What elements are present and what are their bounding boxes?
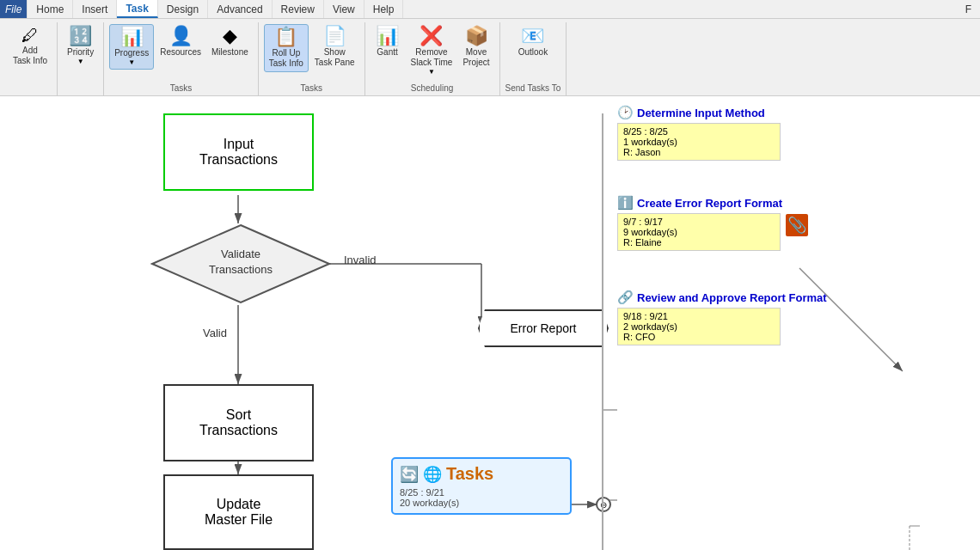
ribbon-group-priority: 🔢 Priority ▼	[58, 22, 104, 95]
remove-slack-arrow: ▼	[428, 68, 435, 76]
move-project-icon: 📦	[465, 27, 488, 46]
move-project-button[interactable]: 📦 Move Project	[458, 24, 493, 70]
validate-transactions-diamond[interactable]: Validate Transactions	[150, 223, 331, 309]
tasks-title: Tasks	[446, 464, 493, 484]
tab-view[interactable]: View	[324, 0, 364, 18]
resources-icon: 👤	[169, 27, 193, 46]
error-report-shape[interactable]: Error Report	[478, 309, 609, 347]
item2-paperclip: 📎	[786, 214, 808, 236]
tasks-icon1: 🔄	[400, 465, 419, 484]
ribbon: File Home Insert Task Design Advanced Re…	[0, 0, 980, 96]
tasks-dates: 8/25 : 9/21	[400, 487, 563, 498]
tab-help[interactable]: Help	[364, 0, 404, 18]
ribbon-group-send-tasks: 📧 Outlook Send Tasks To	[500, 22, 567, 95]
tab-file[interactable]: File	[0, 0, 28, 18]
milestone-button[interactable]: ◆ Milestone	[207, 24, 253, 60]
ribbon-group-scheduling: 📊 Gantt ❌ Remove Slack Time ▼ 📦 Move Pro…	[365, 22, 500, 95]
move-project-label: Move Project	[462, 47, 489, 68]
tab-home[interactable]: Home	[28, 0, 73, 18]
item3-note: 9/18 : 9/21 2 workday(s) R: CFO	[617, 308, 781, 345]
outlook-label: Outlook	[518, 47, 548, 58]
tab-review[interactable]: Review	[273, 0, 324, 18]
remove-slack-button[interactable]: ❌ Remove Slack Time ▼	[407, 24, 457, 78]
resources-button[interactable]: 👤 Resources	[156, 24, 205, 60]
update-master-text: UpdateMaster File	[205, 497, 273, 528]
update-master-shape[interactable]: UpdateMaster File	[163, 474, 314, 550]
ribbon-items-add: 🖊 Add Task Info	[9, 22, 52, 91]
milestone-icon: ◆	[223, 27, 237, 46]
item2-note: 9/7 : 9/17 9 workday(s) R: Elaine	[617, 213, 781, 251]
tab-f[interactable]: F	[957, 0, 980, 18]
item3-title: Review and Approve Report Format	[637, 291, 827, 304]
item1-title: Determine Input Method	[637, 107, 765, 119]
milestone-label: Milestone	[211, 47, 248, 58]
resources-label: Resources	[160, 47, 201, 58]
rollup-label: Roll Up Task Info	[269, 48, 303, 69]
right-panel-line	[602, 113, 603, 550]
rollup-icon: 📋	[274, 28, 297, 46]
item2-icon: ℹ️	[617, 195, 634, 211]
progress-arrow: ▼	[128, 58, 135, 66]
input-transactions-text: InputTransactions	[199, 137, 278, 168]
add-task-label: Add Task Info	[13, 46, 47, 66]
outlook-button[interactable]: 📧 Outlook	[514, 24, 552, 60]
gantt-icon: 📊	[376, 27, 399, 46]
ribbon-tabs: File Home Insert Task Design Advanced Re…	[0, 0, 980, 19]
item3-icon: 🔗	[617, 290, 634, 305]
item1-icon: 🕑	[617, 105, 634, 120]
tasks-widget[interactable]: 🔄 🌐 Tasks 8/25 : 9/21 20 workday(s)	[391, 457, 572, 515]
tasks-icon2: 🌐	[423, 465, 442, 484]
outlook-icon: 📧	[521, 27, 544, 46]
tab-insert[interactable]: Insert	[73, 0, 117, 18]
priority-label: Priority	[67, 47, 94, 58]
sort-transactions-shape[interactable]: SortTransactions	[163, 384, 314, 461]
right-item-1: 🕑 Determine Input Method 8/25 : 8/25 1 w…	[617, 105, 781, 161]
rollup-button[interactable]: 📋 Roll Up Task Info	[264, 24, 309, 72]
progress-icon: 📊	[120, 28, 144, 46]
svg-text:Transactions: Transactions	[209, 263, 273, 276]
remove-slack-icon: ❌	[420, 27, 443, 46]
progress-button[interactable]: 📊 Progress ▼	[109, 24, 154, 70]
right-item-2: ℹ️ Create Error Report Format 9/7 : 9/17…	[617, 195, 782, 251]
item1-note: 8/25 : 8/25 1 workday(s) R: Jason	[617, 123, 781, 161]
ribbon-group-tasks: 📊 Progress ▼ 👤 Resources ◆ Milestone Tas…	[104, 22, 259, 95]
ribbon-group-rollup: 📋 Roll Up Task Info 📄 Show Task Pane Tas…	[259, 22, 365, 95]
show-task-pane-label: Show Task Pane	[315, 47, 355, 68]
add-task-info-button[interactable]: 🖊 Add Task Info	[9, 24, 52, 69]
priority-icon: 🔢	[69, 27, 92, 46]
tasks-connector-circle: ⊖	[596, 497, 611, 512]
add-task-icon: 🖊	[21, 27, 39, 44]
item2-title: Create Error Report Format	[637, 197, 782, 210]
error-report-text: Error Report	[510, 321, 576, 335]
show-task-pane-icon: 📄	[323, 27, 346, 46]
tab-task[interactable]: Task	[117, 0, 157, 18]
input-transactions-shape[interactable]: InputTransactions	[163, 113, 314, 191]
sort-transactions-text: SortTransactions	[199, 407, 278, 438]
main-canvas: InputTransactions Valid Validate Transac…	[0, 96, 980, 550]
svg-text:Validate: Validate	[221, 248, 260, 260]
ribbon-group-add-task: 🖊 Add Task Info	[3, 22, 58, 95]
tab-design[interactable]: Design	[158, 0, 208, 18]
tasks-workdays: 20 workday(s)	[400, 498, 563, 508]
gantt-button[interactable]: 📊 Gantt	[371, 24, 405, 60]
right-item-3: 🔗 Review and Approve Report Format 9/18 …	[617, 290, 827, 345]
valid-label: Valid	[203, 327, 227, 339]
priority-arrow: ▼	[77, 58, 84, 65]
invalid-label: Invalid	[344, 254, 377, 266]
remove-slack-label: Remove Slack Time	[411, 47, 453, 68]
progress-label: Progress	[114, 48, 149, 58]
ribbon-content: 🖊 Add Task Info 🔢 Priority ▼ 📊	[0, 19, 980, 95]
show-task-pane-button[interactable]: 📄 Show Task Pane	[310, 24, 359, 70]
gantt-label: Gantt	[377, 47, 397, 58]
priority-button[interactable]: 🔢 Priority ▼	[63, 24, 98, 68]
tab-advanced[interactable]: Advanced	[208, 0, 272, 18]
